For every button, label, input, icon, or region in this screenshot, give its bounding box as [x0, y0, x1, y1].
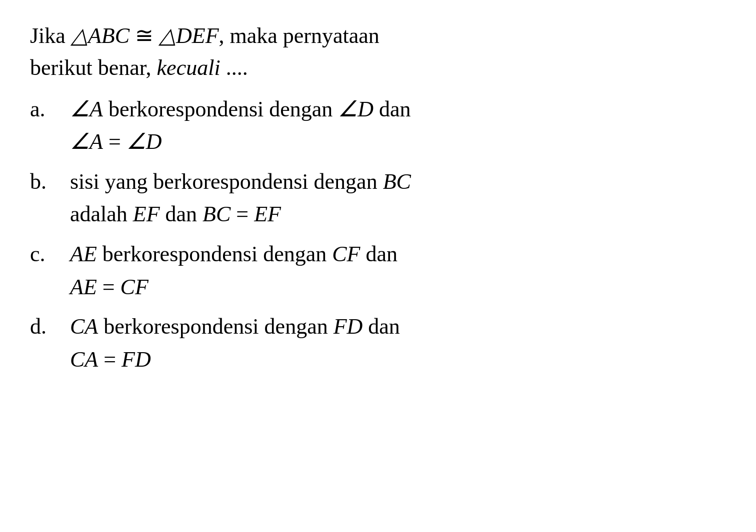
option-a-content: ∠A berkorespondensi dengan ∠D dan ∠A = ∠…	[70, 94, 726, 157]
triangle1: △ABC	[71, 23, 130, 48]
option-d: d. CA berkorespondensi dengan FD dan CA …	[30, 311, 726, 375]
option-d-label: d.	[30, 311, 70, 342]
option-d-line2: CA = FD	[70, 344, 726, 375]
question-cont: berikut benar, kecuali ....	[30, 55, 248, 80]
option-b-content: sisi yang berkorespondensi dengan BC ada…	[70, 166, 726, 230]
option-a: a. ∠A berkorespondensi dengan ∠D dan ∠A …	[30, 94, 726, 157]
option-c-line2: AE = CF	[70, 272, 726, 303]
triangle2: △DEF	[159, 23, 219, 48]
option-a-line2: ∠A = ∠D	[70, 126, 726, 157]
congruent-symbol: ≅	[130, 23, 159, 48]
option-b-line2: adalah EF dan BC = EF	[70, 199, 726, 230]
option-c-content: AE berkorespondensi dengan CF dan AE = C…	[70, 239, 726, 302]
main-content: Jika △ABC ≅ △DEF, maka pernyataan beriku…	[30, 20, 726, 384]
option-b-line1: sisi yang berkorespondensi dengan BC	[70, 169, 411, 194]
options-list: a. ∠A berkorespondensi dengan ∠D dan ∠A …	[30, 94, 726, 375]
option-c-line1: AE berkorespondensi dengan CF dan	[70, 242, 398, 266]
option-b: b. sisi yang berkorespondensi dengan BC …	[30, 166, 726, 230]
option-c-label: c.	[30, 239, 70, 270]
option-a-line1: ∠A berkorespondensi dengan ∠D dan	[70, 97, 411, 121]
option-d-line1: CA berkorespondensi dengan FD dan	[70, 314, 400, 339]
option-b-label: b.	[30, 166, 70, 197]
question-rest: , maka pernyataan	[219, 23, 380, 48]
option-c: c. AE berkorespondensi dengan CF dan AE …	[30, 239, 726, 302]
kecuali: kecuali	[157, 55, 220, 80]
option-a-label: a.	[30, 94, 70, 125]
question-text: Jika △ABC ≅ △DEF, maka pernyataan beriku…	[30, 20, 726, 84]
option-d-content: CA berkorespondensi dengan FD dan CA = F…	[70, 311, 726, 375]
question-intro: Jika	[30, 23, 71, 48]
